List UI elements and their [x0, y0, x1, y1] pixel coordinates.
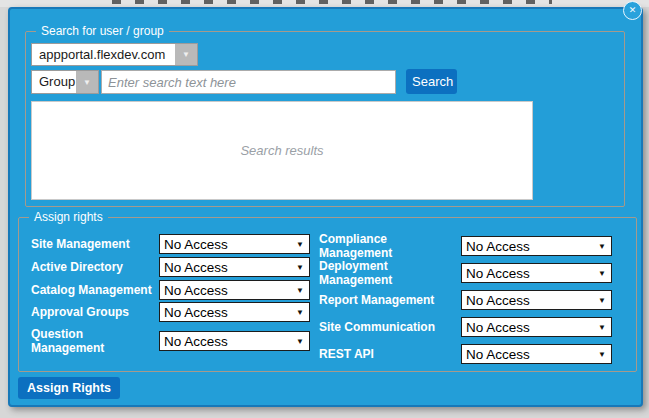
right-label: Approval Groups: [31, 305, 159, 319]
access-select-wrap: No Access ▼: [159, 257, 310, 277]
right-row-active-directory: Active Directory No Access ▼: [31, 255, 310, 279]
access-select-wrap: No Access ▼: [461, 236, 612, 256]
rest-api-select[interactable]: No Access: [461, 344, 612, 364]
domain-dropdown[interactable]: appportal.flexdev.com ▼: [31, 43, 198, 66]
approval-groups-select[interactable]: No Access: [159, 302, 310, 322]
right-row-question-management: Question Management No Access ▼: [31, 322, 310, 360]
right-row-compliance-management: Compliance Management No Access ▼: [319, 234, 612, 258]
right-row-site-management: Site Management No Access ▼: [31, 232, 310, 256]
right-row-approval-groups: Approval Groups No Access ▼: [31, 300, 310, 324]
assign-rights-legend: Assign rights: [29, 210, 108, 225]
access-select-wrap: No Access ▼: [159, 331, 310, 351]
active-directory-select[interactable]: No Access: [159, 257, 310, 277]
assign-rights-dialog: Search for user / group appportal.flexde…: [8, 7, 643, 407]
assign-rights-groupbox: Assign rights Site Management No Access …: [18, 217, 637, 372]
site-management-select[interactable]: No Access: [159, 234, 310, 254]
search-groupbox-legend: Search for user / group: [36, 24, 169, 39]
access-select-wrap: No Access ▼: [461, 263, 612, 283]
compliance-management-select[interactable]: No Access: [461, 236, 612, 256]
site-communication-select[interactable]: No Access: [461, 317, 612, 337]
right-label: Deployment Management: [319, 259, 461, 287]
search-input[interactable]: [101, 70, 396, 94]
right-label: Site Management: [31, 237, 159, 251]
report-management-select[interactable]: No Access: [461, 290, 612, 310]
chevron-down-icon: ▼: [175, 44, 197, 65]
access-select-wrap: No Access ▼: [461, 317, 612, 337]
catalog-management-select[interactable]: No Access: [159, 280, 310, 300]
occluded-background-text: [112, 0, 552, 4]
domain-dropdown-value: appportal.flexdev.com: [32, 44, 175, 65]
deployment-management-select[interactable]: No Access: [461, 263, 612, 283]
right-label: Site Communication: [319, 320, 461, 334]
chevron-down-icon: ▼: [76, 71, 98, 93]
right-label: Active Directory: [31, 260, 159, 274]
search-groupbox: Search for user / group appportal.flexde…: [25, 31, 625, 207]
occluded-background-strip: [0, 0, 649, 7]
right-row-site-communication: Site Communication No Access ▼: [319, 315, 612, 339]
assign-rights-button[interactable]: Assign Rights: [18, 377, 120, 399]
access-select-wrap: No Access ▼: [159, 280, 310, 300]
scope-dropdown-value: Group: [32, 71, 76, 93]
question-management-select[interactable]: No Access: [159, 331, 310, 351]
right-label: REST API: [319, 347, 461, 361]
access-select-wrap: No Access ▼: [159, 302, 310, 322]
search-button[interactable]: Search: [406, 69, 457, 94]
right-row-catalog-management: Catalog Management No Access ▼: [31, 278, 310, 302]
scope-dropdown[interactable]: Group ▼: [31, 70, 99, 94]
access-select-wrap: No Access ▼: [159, 234, 310, 254]
right-row-rest-api: REST API No Access ▼: [319, 342, 612, 366]
right-label: Report Management: [319, 293, 461, 307]
right-label: Question Management: [31, 327, 159, 355]
right-row-deployment-management: Deployment Management No Access ▼: [319, 261, 612, 285]
search-results-panel: Search results: [31, 101, 533, 200]
access-select-wrap: No Access ▼: [461, 290, 612, 310]
access-select-wrap: No Access ▼: [461, 344, 612, 364]
right-label: Compliance Management: [319, 232, 461, 260]
close-icon[interactable]: ✕: [623, 1, 642, 20]
right-row-report-management: Report Management No Access ▼: [319, 288, 612, 312]
right-label: Catalog Management: [31, 283, 159, 297]
search-results-placeholder: Search results: [240, 143, 323, 158]
